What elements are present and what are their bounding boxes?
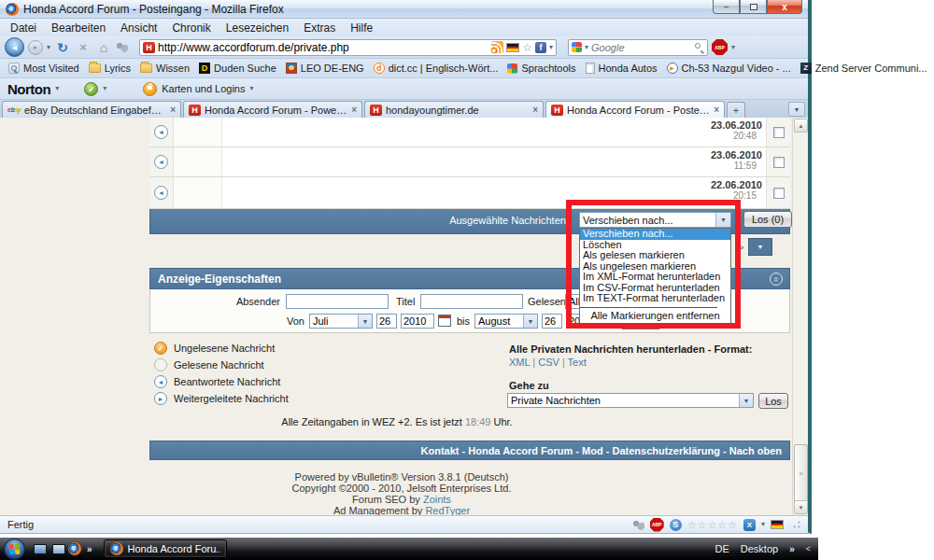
- von-month-select[interactable]: Juli ▼: [309, 314, 373, 329]
- tab-ebay[interactable]: ebay eBay Deutschland Eingabefehler ×: [2, 101, 181, 118]
- language-flag-icon[interactable]: [771, 520, 784, 529]
- dropdown-option[interactable]: Alle Markierungen entfernen: [580, 310, 730, 322]
- extension-paw-icon[interactable]: [116, 42, 128, 52]
- rss-feed-icon[interactable]: [491, 41, 503, 53]
- switch-windows-icon[interactable]: [52, 544, 65, 554]
- scrollbar-thumb[interactable]: ≡: [794, 444, 808, 502]
- collapse-icon[interactable]: «: [770, 273, 783, 286]
- norton-dropdown-icon[interactable]: ▾: [55, 85, 59, 92]
- url-text[interactable]: http://www.accordforum.de/private.php: [158, 41, 488, 54]
- dropdown-option[interactable]: Als gelesen markieren: [580, 250, 730, 261]
- tab-close-icon[interactable]: ×: [714, 105, 719, 115]
- bis-day-input[interactable]: [542, 314, 562, 329]
- menu-lesezeichen[interactable]: Lesezeichen: [219, 21, 295, 35]
- adblock-plus-icon[interactable]: ABP: [712, 39, 728, 55]
- bookmark-nazgul-video[interactable]: ▶ Ch-53 Nazgul Video - ...: [664, 63, 794, 74]
- xml-link[interactable]: XML: [509, 357, 530, 368]
- language-indicator[interactable]: DE: [715, 543, 729, 554]
- von-year-input[interactable]: [401, 314, 434, 329]
- dropdown-option[interactable]: Im CSV-Format herunterladen: [580, 283, 730, 294]
- search-box[interactable]: ▾: [568, 39, 708, 56]
- message-row[interactable]: ◄ 23.06.2010 11:59: [149, 147, 790, 177]
- bookmark-star-icon[interactable]: ☆: [522, 42, 532, 53]
- zoints-link[interactable]: Zoints: [423, 494, 451, 505]
- page-scrollbar[interactable]: ▲ ≡ ▼: [792, 118, 808, 515]
- menu-bearbeiten[interactable]: Bearbeiten: [45, 21, 112, 35]
- titel-input[interactable]: [420, 294, 523, 309]
- page-nav-dropdown-button[interactable]: ▼: [748, 238, 772, 256]
- back-button[interactable]: ◄: [5, 37, 24, 57]
- move-to-select[interactable]: Verschieben nach... ▼: [579, 212, 731, 228]
- desktop-overflow-icon[interactable]: »: [789, 544, 795, 554]
- message-checkbox[interactable]: [773, 157, 785, 168]
- bookmark-leo[interactable]: LEO DE-ENG: [283, 63, 367, 74]
- logins-dropdown-icon[interactable]: ▾: [249, 85, 253, 92]
- quicklaunch-overflow-icon[interactable]: »: [87, 544, 92, 554]
- tab-close-icon[interactable]: ×: [351, 105, 357, 115]
- karten-und-logins-button[interactable]: Karten und Logins: [162, 83, 245, 94]
- resize-grip[interactable]: [793, 521, 800, 528]
- collapse-taskbar-icon[interactable]: <: [806, 544, 811, 553]
- desktop-toolbar-label[interactable]: Desktop: [741, 543, 778, 554]
- select-dropdown-icon[interactable]: ▼: [523, 315, 537, 328]
- bookmark-dictcc[interactable]: d dict.cc | Englisch-Wört...: [371, 63, 502, 74]
- german-flag-icon[interactable]: [506, 43, 519, 52]
- dropdown-option[interactable]: Löschen: [580, 240, 730, 251]
- menu-chronik[interactable]: Chronik: [165, 21, 217, 35]
- minimize-button[interactable]: –: [713, 0, 740, 14]
- url-dropdown-icon[interactable]: ▾: [549, 44, 553, 51]
- history-dropdown-icon[interactable]: ▾: [47, 44, 50, 51]
- message-checkbox[interactable]: [773, 188, 785, 199]
- dropdown-option[interactable]: Im XML-Format herunterladen: [580, 272, 730, 283]
- dropdown-option[interactable]: Im TEXT-Format herunterladen: [580, 293, 730, 304]
- csv-link[interactable]: CSV: [538, 357, 559, 368]
- tab-honda-forum[interactable]: H Honda Accord Forum - Powered by... ×: [183, 101, 362, 118]
- menu-ansicht[interactable]: Ansicht: [114, 21, 163, 35]
- tab-close-icon[interactable]: ×: [170, 105, 176, 115]
- bis-month-select[interactable]: August ▼: [474, 314, 538, 329]
- los-button[interactable]: Los (0): [743, 211, 792, 228]
- select-dropdown-icon[interactable]: ▼: [739, 394, 753, 407]
- adblock-status-icon[interactable]: ABP: [650, 518, 664, 532]
- firefox-task-button[interactable]: Honda Accord Foru...: [104, 539, 227, 558]
- select-dropdown-icon[interactable]: ▼: [358, 315, 372, 328]
- bookmark-wissen[interactable]: Wissen: [137, 63, 192, 74]
- tab-posteingang-active[interactable]: H Honda Accord Forum - Posteingang ×: [545, 101, 725, 118]
- text-link[interactable]: Text: [568, 357, 587, 368]
- bookmark-zend[interactable]: Z Zend Server Communi...: [798, 63, 930, 74]
- share-f-icon[interactable]: f: [535, 42, 546, 53]
- search-input[interactable]: [591, 42, 691, 53]
- menu-hilfe[interactable]: Hilfe: [344, 21, 379, 35]
- rating-stars-icon[interactable]: ☆☆☆☆☆: [687, 519, 738, 531]
- tab-hondayoungtimer[interactable]: H hondayoungtimer.de ×: [364, 101, 544, 118]
- bookmark-duden[interactable]: D Duden Suche: [196, 63, 279, 74]
- absender-input[interactable]: [286, 294, 389, 309]
- stop-button[interactable]: ×: [75, 40, 92, 54]
- search-engine-dropdown-icon[interactable]: ▾: [585, 44, 588, 51]
- bookmark-honda-autos[interactable]: Honda Autos: [583, 63, 660, 74]
- extension-paw-icon[interactable]: [632, 520, 644, 530]
- close-button[interactable]: x: [767, 0, 802, 14]
- dropdown-option[interactable]: Als ungelesen markieren: [580, 261, 730, 273]
- norton-logo[interactable]: Norton: [7, 81, 50, 97]
- bookmark-most-visited[interactable]: Most Visited: [6, 63, 82, 74]
- dropdown-option-selected[interactable]: Verschieben nach...: [580, 229, 730, 240]
- scroll-down-button[interactable]: ▼: [794, 500, 808, 514]
- goto-los-button[interactable]: Los: [758, 393, 788, 409]
- message-row[interactable]: ◄ 22.06.2010 20:15: [149, 177, 790, 209]
- redtyger-link[interactable]: RedTyger: [425, 505, 470, 515]
- norton-safeweb-icon[interactable]: ✓: [84, 82, 98, 96]
- bookmark-sprachtools[interactable]: Sprachtools: [504, 63, 578, 74]
- firefox-quicklaunch-icon[interactable]: [68, 542, 81, 555]
- url-bar[interactable]: H http://www.accordforum.de/private.php …: [139, 39, 557, 56]
- select-dropdown-icon[interactable]: ▼: [715, 213, 730, 227]
- identity-safe-icon[interactable]: [143, 82, 157, 96]
- menu-extras[interactable]: Extras: [297, 21, 342, 35]
- maximize-button[interactable]: [740, 0, 767, 14]
- adblock-dropdown-icon[interactable]: ▾: [731, 44, 735, 51]
- page-next-link[interactable]: >: [738, 242, 743, 253]
- bookmark-lyrics[interactable]: Lyrics: [86, 63, 134, 74]
- s-extension-icon[interactable]: S: [670, 519, 682, 531]
- show-desktop-icon[interactable]: [34, 544, 47, 554]
- new-tab-button[interactable]: +: [727, 102, 745, 118]
